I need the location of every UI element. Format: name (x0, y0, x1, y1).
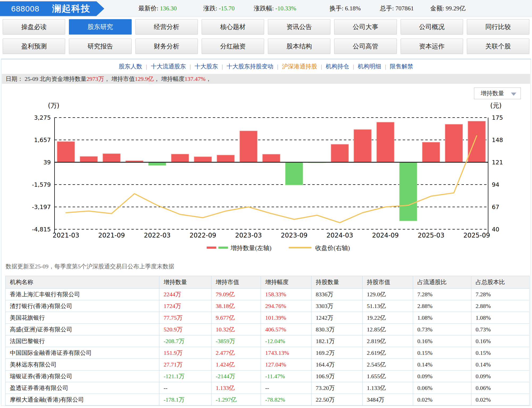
institution-name: 瑞银证券(香港)有限公司 (6, 370, 159, 382)
legend-line-label: 收盘价(右轴) (315, 245, 350, 251)
subnav-item-6[interactable]: 机构持仓 (326, 63, 349, 70)
nav-tab-9[interactable]: 盈利预测 (3, 39, 65, 54)
bar-2025-06 (445, 124, 463, 162)
stat-label: 总手: (380, 5, 395, 12)
nav-tab-10[interactable]: 研究报告 (69, 39, 131, 54)
nav-tab-3[interactable]: 经营分析 (135, 19, 198, 35)
table-row: 美国花旗银行77.75万9.677亿101.39%1242万19.22亿1.08… (6, 312, 530, 324)
subnav-item-4[interactable]: 十大股东持股变动 (227, 63, 273, 70)
nav-tab-8[interactable]: 同行比较 (467, 19, 529, 35)
cell: -- (159, 382, 211, 394)
nav-tab-14[interactable]: 公司高管 (334, 39, 397, 54)
cell: 1.133亿 (363, 382, 413, 394)
stat-label: 涨跌: (203, 5, 219, 12)
x-axis-label: 2023-03 (235, 232, 262, 239)
holdings-chart: 3,2751751,65714839121-1,57994-3,19767-4,… (1, 84, 531, 259)
subnav-item-2[interactable]: 十大流通股东 (151, 63, 186, 70)
cell: -3859万 (211, 335, 261, 347)
x-axis-label: 2023-09 (281, 232, 307, 239)
top-bar: 688008 澜起科技 最新价: 136.30涨跌: -15.70涨跌幅: -1… (0, 0, 532, 17)
chevron-down-icon (511, 93, 516, 96)
nav-tab-11[interactable]: 财务分析 (135, 39, 198, 54)
separator: | (321, 63, 322, 70)
cell: 2.545亿 (363, 359, 413, 370)
cell: 164.4万 (311, 359, 363, 370)
col-header-5: 持股数量 (311, 276, 363, 289)
table-header-row: 机构名称增持数量增持市值增持幅度持股数量持股市值占流通股比占总股本比 (6, 276, 530, 289)
institution-name: 中国国际金融香港证券有限公司 (6, 347, 159, 359)
stat-value: -15.70 (219, 5, 235, 12)
cell: 19.22亿 (363, 312, 413, 324)
nav-tab-2[interactable]: 股东研究 (69, 19, 131, 35)
cell: 12.85亿 (363, 324, 413, 335)
stat-item-2: 涨跌: -15.70 (203, 4, 235, 13)
nav-tab-13[interactable]: 股本结构 (268, 39, 330, 54)
nav-tab-12[interactable]: 分红融资 (202, 39, 264, 54)
nav-tab-15[interactable]: 资本运作 (401, 39, 463, 54)
subnav-item-1[interactable]: 股东人数 (119, 63, 142, 70)
cell: 0.15% (413, 347, 471, 359)
right-axis-unit: (元) (490, 102, 502, 109)
nav-tab-4[interactable]: 核心题材 (202, 19, 264, 35)
y-axis-right-label: 67 (492, 204, 499, 210)
cell: -78.82% (261, 394, 311, 406)
nav-tab-6[interactable]: 公司大事 (334, 19, 397, 35)
institution-name: 法国巴黎银行 (6, 335, 159, 347)
cell: 2.477亿 (211, 347, 261, 359)
subnav-item-8[interactable]: 限售解禁 (390, 63, 413, 70)
cell: -11.47% (261, 370, 311, 382)
bar-2025-09 (468, 121, 485, 162)
x-axis-label: 2022-09 (189, 232, 216, 239)
info-text: ， 增持市值 (104, 76, 135, 82)
cell: 73.20万 (311, 382, 363, 394)
nav-tab-1[interactable]: 操盘必读 (3, 19, 65, 35)
table-row: 盈透证券香港有限公司--1.133亿--73.20万1.133亿0.06%0.0… (6, 382, 530, 394)
bar-2024-06 (354, 130, 371, 162)
subnav-item-3[interactable]: 十大股东 (194, 63, 218, 70)
stock-name: 澜起科技 (52, 3, 90, 15)
cell: 106.9万 (311, 370, 363, 382)
cell: 101.39% (261, 312, 311, 324)
subnav-item-5[interactable]: 沪深港通持股 (282, 63, 317, 70)
x-axis-label: 2024-03 (326, 232, 353, 239)
cell: 406.57% (261, 324, 311, 335)
nav-tab-7[interactable]: 公司概况 (401, 19, 463, 35)
x-axis-label: 2024-09 (372, 232, 399, 239)
info-text: ， 增持幅度 (154, 76, 185, 82)
table-row: 香港上海汇丰银行有限公司2244万79.09亿158.33%8336万129.0… (6, 289, 530, 300)
nav-tab-16[interactable]: 关联个股 (467, 39, 529, 54)
y-axis-left-label: 1,657 (34, 137, 51, 143)
cell: 830.3万 (311, 324, 363, 335)
x-axis-label: 2025-03 (418, 232, 444, 239)
cell: 0.15% (471, 347, 530, 359)
cell: 3484万 (363, 394, 413, 406)
bar-2021-06 (80, 156, 98, 162)
cell: 1242万 (311, 312, 363, 324)
stat-value: 136.30 (160, 5, 177, 12)
col-header-8: 占总股本比 (471, 276, 530, 289)
nav-tab-5[interactable]: 资讯公告 (268, 19, 330, 35)
x-axis-label: 2025-09 (463, 232, 490, 239)
y-axis-right-label: 40 (492, 226, 499, 233)
cell: 0.73% (471, 324, 530, 335)
metric-dropdown[interactable]: 增持数量 (474, 88, 521, 99)
x-axis-label: 2021-03 (53, 232, 79, 239)
cell: 1.424亿 (211, 359, 261, 370)
col-header-3: 增持市值 (211, 276, 261, 289)
bar-2022-03 (148, 162, 166, 165)
cell: 0.06% (471, 382, 530, 394)
y-axis-left-label: -3,197 (32, 204, 51, 210)
bar-2023-03 (240, 131, 257, 162)
bar-2021-03 (57, 141, 75, 162)
subnav-item-7[interactable]: 机构明细 (358, 63, 381, 70)
cell: 7.28% (413, 289, 471, 300)
cell: 1724万 (159, 300, 211, 312)
stat-value: 707861 (395, 5, 414, 12)
separator: | (353, 63, 354, 70)
bar-2022-12 (217, 155, 234, 162)
cell: 1743.13% (261, 347, 311, 359)
cell: 7.28% (471, 289, 530, 300)
info-value: 129.9亿 (135, 76, 154, 82)
chart-canvas: 3,2751751,65714839121-1,57994-3,19767-4,… (1, 84, 532, 259)
institution-name: 香港上海汇丰银行有限公司 (6, 289, 159, 300)
